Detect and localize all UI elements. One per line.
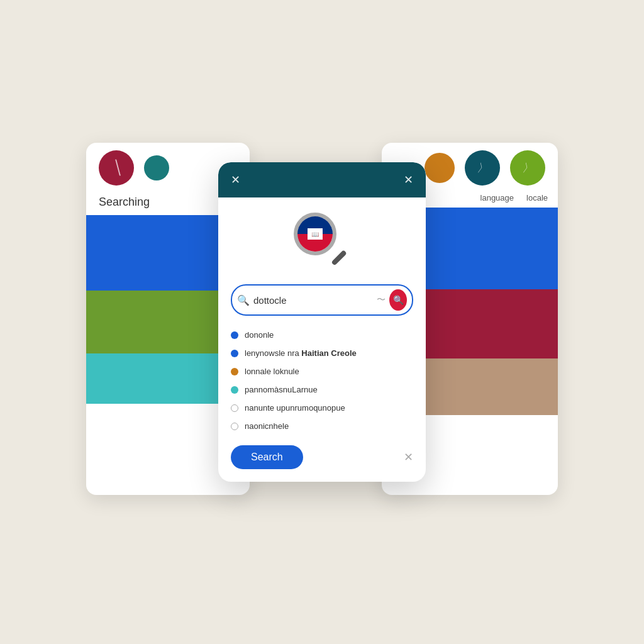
result-text-1: dononle	[245, 330, 274, 340]
close-left-icon[interactable]: ✕	[231, 173, 240, 187]
result-text-2-normal: lenynowsle nra	[245, 348, 301, 358]
crimson-icon-glyph: ╲	[113, 160, 121, 176]
dot-empty-2	[231, 423, 238, 430]
list-item[interactable]: lenynowsle nra Haitian Creole	[231, 344, 413, 362]
search-submit-icon: 🔍	[393, 295, 404, 305]
result-text-2-bold: Haitian Creole	[301, 348, 356, 358]
result-text-5: nanunte upunrumoqunopue	[245, 403, 345, 413]
flag-emblem: 📖	[308, 228, 323, 240]
cancel-icon[interactable]: ✕	[404, 450, 413, 464]
result-text-6: naonicnhele	[245, 421, 289, 431]
close-right-icon[interactable]: ✕	[404, 173, 413, 187]
search-button[interactable]: Search	[231, 445, 303, 469]
teal-icon-glyph: 〉	[477, 160, 488, 175]
dot-empty-1	[231, 404, 238, 412]
avatar-crimson: ╲	[99, 150, 134, 186]
result-text-2: lenynowsle nra Haitian Creole	[245, 348, 357, 358]
magnifier-handle	[331, 250, 347, 265]
list-item[interactable]: dononle	[231, 326, 413, 344]
list-item[interactable]: lonnale loknule	[231, 362, 413, 380]
language-label: language	[480, 193, 514, 203]
magnifier: 📖	[294, 213, 350, 269]
search-bar-icon: 🔍	[237, 294, 250, 306]
result-text-3: lonnale loknule	[245, 367, 299, 376]
avatar-orange	[425, 153, 455, 183]
card-main-body: 📖 🔍 〜 🔍 dononle	[218, 197, 426, 482]
dot-orange-1	[231, 368, 238, 375]
dot-blue-1	[231, 331, 238, 339]
list-item[interactable]: pannomàsnuLarnue	[231, 380, 413, 399]
result-text-4: pannomàsnuLarnue	[245, 385, 318, 394]
result-list: dononle lenynowsle nra Haitian Creole lo…	[231, 326, 413, 435]
locale-label: locale	[526, 193, 548, 203]
search-submit-button[interactable]: 🔍	[389, 289, 407, 311]
dot-teal-1	[231, 386, 238, 394]
scene: ╲ Searching 〉 〉 language locale	[86, 118, 558, 526]
search-clear-icon[interactable]: 〜	[377, 294, 386, 306]
dot-blue-2	[231, 350, 238, 357]
card-main: ✕ ✕ 📖 🔍	[218, 162, 426, 482]
lime-icon-glyph: 〉	[522, 160, 533, 175]
avatar-teal-small	[144, 155, 169, 180]
magnifier-container: 📖	[231, 213, 413, 269]
avatar-dark-teal: 〉	[465, 150, 500, 186]
list-item[interactable]: nanunte upunrumoqunopue	[231, 399, 413, 417]
card-main-header: ✕ ✕	[218, 162, 426, 197]
search-btn-row: Search ✕	[231, 445, 413, 469]
avatar-lime: 〉	[510, 150, 545, 186]
list-item[interactable]: naonicnhele	[231, 417, 413, 435]
search-bar[interactable]: 🔍 〜 🔍	[231, 284, 413, 316]
magnifier-glass: 📖	[294, 213, 336, 255]
search-input[interactable]	[253, 295, 373, 306]
